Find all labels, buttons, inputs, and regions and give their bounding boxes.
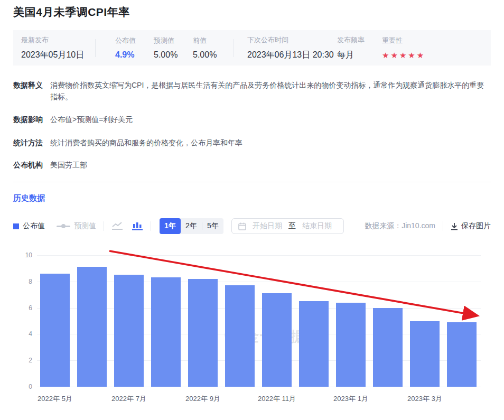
bar-chart-toggle[interactable] [132,222,143,230]
download-icon [451,222,458,230]
importance-group: 重要性 ★★★★★ [382,36,425,60]
legend-forecast[interactable]: 预测值 [57,221,96,231]
info-value: 消费物价指数英文缩写为CPI，是根据与居民生活有关的产品及劳务价格统计出来的物价… [50,79,491,102]
bar-2023年 4月[interactable] [447,322,477,387]
x-axis-tick-label: 2022年 11月 [258,394,296,404]
bar-2022年 6月[interactable] [77,267,107,387]
published-value: 4.9% [115,50,154,60]
history-data-heading[interactable]: 历史数据 [13,193,491,203]
cpi-history-bar-chart[interactable]: 金十数据 10864202022年 5月2022年 7月2022年 9月2022… [13,245,491,412]
next-release-group: 下次公布时间 2023年06月13日 20:30 [247,35,337,61]
summary-divider [234,39,234,57]
toolbar-divider [104,221,104,231]
period-button-group: 1年 2年 5年 [160,218,223,234]
forecast-value: 5.00% [154,50,193,60]
info-label: 数据释义 [13,79,50,102]
info-section: 数据释义 消费物价指数英文缩写为CPI，是根据与居民生活有关的产品及劳务价格统计… [13,79,491,171]
section-divider [13,182,491,182]
period-2y-button[interactable]: 2年 [181,218,202,234]
info-label: 数据影响 [13,114,50,125]
bar-2022年 5月[interactable] [40,274,70,387]
summary-divider [95,39,96,57]
previous-label: 前值 [193,36,234,45]
info-value: 公布值>预测值=利好美元 [50,114,491,125]
info-row-agency: 公布机构 美国劳工部 [13,159,491,171]
save-image-button[interactable]: 保存图片 [451,221,491,231]
save-image-label: 保存图片 [461,221,491,231]
page-title: 美国4月未季调CPI年率 [13,0,491,20]
date-range-picker[interactable]: 开始日期 至 结束日期 [231,218,344,234]
forecast-label: 预测值 [154,36,193,45]
end-date-input[interactable]: 结束日期 [302,221,332,231]
y-axis-tick-label: 8 [13,278,32,285]
info-value: 美国劳工部 [50,159,491,171]
frequency-group: 发布频率 每月 [337,35,382,61]
bar-2022年 7月[interactable] [114,275,144,387]
published-series-swatch-icon [13,223,19,229]
published-label: 公布值 [115,36,154,45]
bar-2022年 12月[interactable] [299,301,329,387]
line-chart-toggle[interactable] [111,222,123,230]
toolbar-divider [151,221,151,231]
y-axis-tick-label: 2 [13,357,32,364]
gridline [37,387,481,387]
bar-2023年 2月[interactable] [373,308,403,387]
legend-forecast-label: 预测值 [74,221,96,231]
x-axis-tick-label: 2022年 5月 [38,394,72,404]
forecast-group: 预测值 5.00% [154,36,193,60]
importance-stars: ★★★★★ [382,50,425,60]
toolbar-divider [443,221,443,231]
next-release-label: 下次公布时间 [247,35,337,45]
bar-chart-icon [132,222,143,230]
bar-2023年 1月[interactable] [336,303,366,387]
data-source-label: 数据来源：Jin10.com [365,221,435,231]
info-value: 统计消费者购买的商品和服务的价格变化，公布月率和年率 [50,137,491,148]
calendar-icon [238,222,246,230]
x-axis-tick-label: 2022年 7月 [111,394,146,404]
latest-release-value: 2023年05月10日 [21,50,95,61]
frequency-value: 每月 [337,50,382,61]
summary-bar: 最新发布 2023年05月10日 公布值 4.9% 预测值 5.00% 前值 5… [13,30,491,66]
published-group: 公布值 4.9% [115,36,154,60]
info-row-definition: 数据释义 消费物价指数英文缩写为CPI，是根据与居民生活有关的产品及劳务价格统计… [13,79,491,102]
latest-release-group: 最新发布 2023年05月10日 [21,35,95,61]
period-1y-button[interactable]: 1年 [160,218,181,234]
legend-published[interactable]: 公布值 [13,221,45,231]
bar-2022年 8月[interactable] [151,277,181,387]
previous-group: 前值 5.00% [193,36,234,60]
frequency-label: 发布频率 [337,35,382,45]
y-axis-tick-label: 6 [13,304,32,312]
previous-value: 5.00% [193,50,234,60]
y-axis-tick-label: 0 [13,383,32,390]
chart-toolbar: 公布值 预测值 [13,218,491,234]
legend-published-label: 公布值 [23,221,45,231]
chart-plot-area [37,255,481,387]
date-range-to-label: 至 [288,221,296,231]
line-chart-icon [111,222,123,230]
x-axis-tick-label: 2023年 1月 [333,394,368,404]
x-axis-tick-label: 2023年 3月 [407,394,442,404]
cpi-detail-page: 美国4月未季调CPI年率 最新发布 2023年05月10日 公布值 4.9% 预… [0,0,504,412]
y-axis-tick-label: 10 [13,251,32,259]
x-axis-tick-label: 2022年 9月 [185,394,220,404]
info-label: 公布机构 [13,159,50,171]
next-release-value: 2023年06月13日 20:30 [247,50,337,61]
info-label: 统计方法 [13,137,50,148]
info-row-impact: 数据影响 公布值>预测值=利好美元 [13,114,491,125]
bar-2022年 10月[interactable] [225,285,255,387]
latest-release-label: 最新发布 [21,35,95,45]
bar-2023年 3月[interactable] [410,321,440,387]
info-row-method: 统计方法 统计消费者购买的商品和服务的价格变化，公布月率和年率 [13,137,491,148]
importance-label: 重要性 [382,36,425,45]
bar-2022年 11月[interactable] [262,293,292,387]
y-axis-tick-label: 4 [13,330,32,338]
start-date-input[interactable]: 开始日期 [253,221,282,231]
period-5y-button[interactable]: 5年 [202,218,223,234]
bar-2022年 9月[interactable] [188,279,218,387]
forecast-series-swatch-icon [57,226,70,227]
